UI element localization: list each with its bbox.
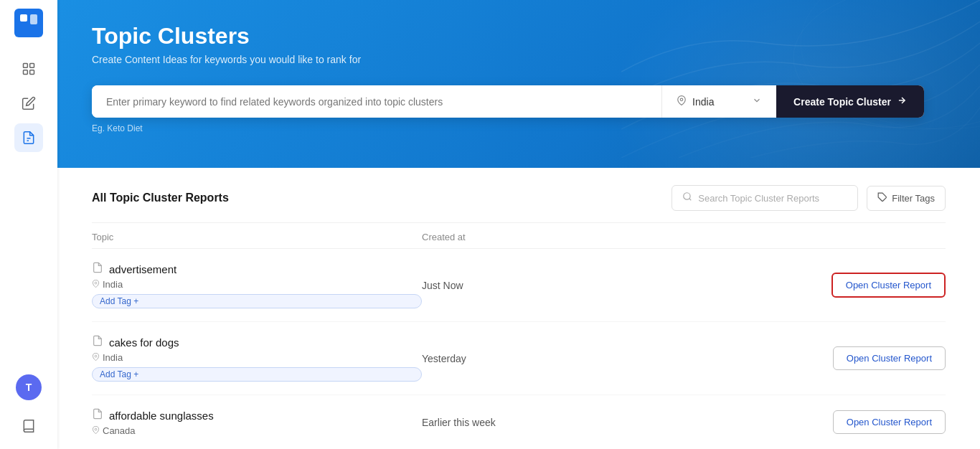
sidebar: T [0,0,57,449]
table-row: advertisement India Add Tag + Just Now O… [92,249,946,322]
reports-section-title: All Topic Cluster Reports [92,192,229,204]
sidebar-item-reports[interactable] [14,123,43,152]
tag-icon [877,192,887,204]
doc-icon [92,262,103,276]
topic-name: affordable sunglasses [109,410,214,422]
keyword-form: India Create Topic Cluster [92,85,924,118]
add-tag-button[interactable]: Add Tag + [92,294,422,308]
created-at-cell: Yesterday [422,353,802,364]
location-selector[interactable]: India [661,85,776,118]
created-at-cell: Just Now [422,280,802,291]
svg-point-17 [95,355,97,357]
keyword-input[interactable] [92,85,661,118]
topic-location: India [92,352,422,363]
search-icon [682,192,692,204]
open-cluster-report-button[interactable]: Open Cluster Report [831,273,946,298]
open-cluster-report-button[interactable]: Open Cluster Report [833,410,946,434]
sidebar-item-grid[interactable] [14,55,43,83]
svg-rect-3 [24,64,28,68]
location-pin-icon [92,353,100,363]
action-cell: Open Cluster Report [802,273,946,298]
table-row: cakes for dogs India Add Tag + Yesterday… [92,322,946,395]
col-header-created: Created at [422,232,802,242]
reports-actions: Search Topic Cluster Reports Filter Tags [672,185,946,211]
svg-rect-2 [30,14,37,24]
svg-line-14 [689,199,692,201]
search-placeholder: Search Topic Cluster Reports [698,193,819,204]
location-pin-icon [92,426,100,436]
doc-icon [92,408,103,422]
created-at-cell: Earlier this week [422,417,802,428]
create-topic-cluster-button[interactable]: Create Topic Cluster [776,85,924,118]
reports-section: All Topic Cluster Reports Search Topic C… [57,168,980,449]
topic-name: cakes for dogs [109,336,179,349]
table-header: Topic Created at [92,223,946,249]
svg-rect-6 [30,70,34,75]
svg-point-13 [684,193,690,199]
user-avatar[interactable]: T [16,374,42,400]
action-cell: Open Cluster Report [802,410,946,434]
topic-cell: cakes for dogs India Add Tag + [92,335,422,382]
topic-location: Canada [92,425,422,436]
location-pin-icon [92,280,100,290]
arrow-right-icon [897,95,907,108]
open-cluster-report-button[interactable]: Open Cluster Report [833,346,946,370]
svg-rect-5 [24,70,28,75]
chevron-down-icon [752,95,762,108]
topic-cell: affordable sunglasses Canada [92,408,422,436]
svg-point-18 [95,428,97,430]
location-pin-icon [677,95,687,108]
add-tag-button[interactable]: Add Tag + [92,367,422,382]
topic-name: advertisement [109,263,176,275]
hero-banner: Topic Clusters Create Content Ideas for … [57,0,980,168]
table-row: affordable sunglasses Canada Earlier thi… [92,395,946,449]
svg-rect-1 [20,14,27,22]
doc-icon [92,335,103,349]
sidebar-item-book[interactable] [14,412,43,440]
location-value: India [692,96,714,108]
main-content: Topic Clusters Create Content Ideas for … [57,0,980,449]
topic-cell: advertisement India Add Tag + [92,262,422,308]
reports-header: All Topic Cluster Reports Search Topic C… [92,168,946,223]
page-title: Topic Clusters [92,23,946,49]
action-cell: Open Cluster Report [802,346,946,370]
col-header-topic: Topic [92,232,422,242]
page-subtitle: Create Content Ideas for keywords you wo… [92,54,946,65]
logo [14,9,43,40]
sidebar-item-edit[interactable] [14,89,43,118]
keyword-hint: Eg. Keto Diet [92,123,946,133]
svg-rect-4 [30,64,34,68]
topic-location: India [92,279,422,290]
svg-point-11 [680,98,683,101]
svg-rect-0 [14,9,43,37]
search-reports-box[interactable]: Search Topic Cluster Reports [672,185,858,211]
svg-point-16 [95,282,97,284]
filter-tags-button[interactable]: Filter Tags [867,186,946,211]
